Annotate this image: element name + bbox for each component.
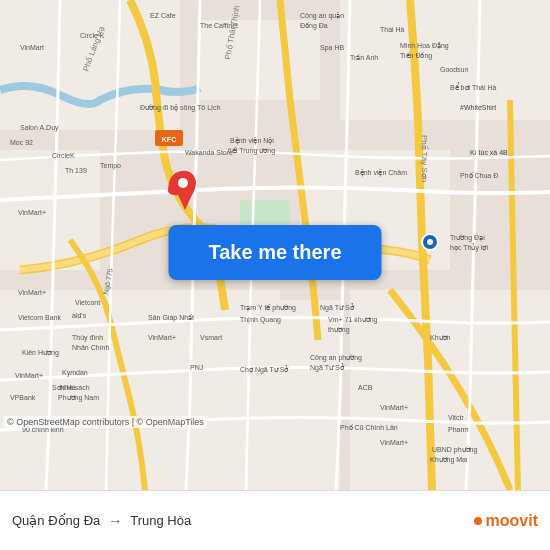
svg-text:Bệnh viện Châm: Bệnh viện Châm bbox=[355, 169, 407, 177]
svg-text:ACB: ACB bbox=[358, 384, 373, 391]
svg-text:#WhiteShirt: #WhiteShirt bbox=[460, 104, 496, 111]
take-me-there-button[interactable]: Take me there bbox=[168, 225, 381, 280]
svg-text:Phố Chua Đ: Phố Chua Đ bbox=[460, 172, 498, 179]
svg-text:Tempo: Tempo bbox=[100, 162, 121, 170]
svg-text:Moc 92: Moc 92 bbox=[10, 139, 33, 146]
bottom-bar: Quận Đống Đa → Trung Hòa moovit bbox=[0, 490, 550, 550]
svg-text:Vm+ 71 khương: Vm+ 71 khương bbox=[328, 316, 378, 324]
svg-text:EZ Cafe: EZ Cafe bbox=[150, 12, 176, 19]
svg-text:Kiên Hương: Kiên Hương bbox=[22, 349, 59, 357]
svg-text:Vitctr: Vitctr bbox=[448, 414, 464, 421]
moovit-dot-icon bbox=[474, 517, 482, 525]
svg-text:Thái Hà: Thái Hà bbox=[380, 26, 405, 33]
svg-text:Salon A.Duy: Salon A.Duy bbox=[20, 124, 59, 132]
svg-text:Bệnh viện Nội: Bệnh viện Nội bbox=[230, 137, 274, 145]
svg-text:Khươn: Khươn bbox=[430, 334, 451, 341]
svg-text:PNJ: PNJ bbox=[190, 364, 203, 371]
svg-text:Vietcont: Vietcont bbox=[75, 299, 100, 306]
svg-text:UBND phường: UBND phường bbox=[432, 446, 477, 454]
svg-text:Khương Mai: Khương Mai bbox=[430, 456, 468, 464]
svg-text:Ngã Tư Sở: Ngã Tư Sở bbox=[320, 303, 355, 312]
svg-text:Phố Tây Sơn: Phố Tây Sơn bbox=[420, 135, 429, 182]
svg-text:Đường đi bộ sông Tô Lịch: Đường đi bộ sông Tô Lịch bbox=[140, 104, 221, 112]
svg-text:Phương Nam: Phương Nam bbox=[58, 394, 99, 402]
svg-text:Trạm Y tế phường: Trạm Y tế phường bbox=[240, 304, 296, 312]
svg-text:Vsmart: Vsmart bbox=[200, 334, 222, 341]
map-attribution: © OpenStreetMap contributors | © OpenMap… bbox=[4, 416, 207, 428]
svg-text:Goodsun: Goodsun bbox=[440, 66, 469, 73]
svg-text:Pharm: Pharm bbox=[448, 426, 469, 433]
svg-text:tiết Trung ương: tiết Trung ương bbox=[228, 147, 275, 155]
svg-text:VinMart: VinMart bbox=[20, 44, 44, 51]
svg-text:Th 139: Th 139 bbox=[65, 167, 87, 174]
svg-text:Nhân Chính: Nhân Chính bbox=[72, 344, 109, 351]
map-container: KFC VinMart Circle K EZ Cafe The Caffine… bbox=[0, 0, 550, 490]
svg-text:VinMart+: VinMart+ bbox=[18, 209, 46, 216]
moovit-logo: moovit bbox=[474, 512, 538, 530]
from-location: Quận Đống Đa bbox=[12, 513, 100, 528]
svg-text:KFC: KFC bbox=[162, 136, 176, 143]
svg-text:VinMart+: VinMart+ bbox=[148, 334, 176, 341]
svg-text:VPBank: VPBank bbox=[10, 394, 36, 401]
svg-text:Thùy đình: Thùy đình bbox=[72, 334, 103, 342]
svg-text:Công an phường: Công an phường bbox=[310, 354, 362, 362]
app: KFC VinMart Circle K EZ Cafe The Caffine… bbox=[0, 0, 550, 550]
svg-text:ald's: ald's bbox=[72, 312, 87, 319]
svg-text:thượng: thượng bbox=[328, 326, 350, 334]
svg-text:Thịnh Quang: Thịnh Quang bbox=[240, 316, 281, 324]
svg-text:Công an quận: Công an quận bbox=[300, 12, 344, 20]
svg-text:Nhà sách: Nhà sách bbox=[60, 384, 90, 391]
svg-text:Trường Đại: Trường Đại bbox=[450, 234, 485, 242]
svg-text:Ngã Tư Sở: Ngã Tư Sở bbox=[310, 363, 345, 372]
svg-text:VinMart+: VinMart+ bbox=[380, 439, 408, 446]
svg-text:Sân Giáp Nhất: Sân Giáp Nhất bbox=[148, 314, 194, 322]
svg-text:Vietcom Bank: Vietcom Bank bbox=[18, 314, 62, 321]
svg-point-83 bbox=[178, 178, 188, 188]
svg-text:Minh Hoa Đặng: Minh Hoa Đặng bbox=[400, 42, 449, 50]
svg-text:Kí túc xá 4B: Kí túc xá 4B bbox=[470, 149, 508, 156]
svg-point-82 bbox=[427, 239, 433, 245]
svg-text:VinMart+: VinMart+ bbox=[15, 372, 43, 379]
svg-text:Kymdan: Kymdan bbox=[62, 369, 88, 377]
svg-text:Chợ Ngã Tư Sở: Chợ Ngã Tư Sở bbox=[240, 365, 289, 374]
svg-text:Wakanda Store: Wakanda Store bbox=[185, 149, 233, 156]
svg-text:Tiến Đồng: Tiến Đồng bbox=[400, 52, 432, 60]
svg-text:học Thủy lợi: học Thủy lợi bbox=[450, 243, 488, 252]
to-location: Trung Hòa bbox=[130, 513, 191, 528]
svg-text:Bể bơi Thái Hà: Bể bơi Thái Hà bbox=[450, 82, 496, 91]
moovit-brand-text: moovit bbox=[486, 512, 538, 530]
svg-text:CircleK: CircleK bbox=[52, 152, 75, 159]
svg-text:Spa HB: Spa HB bbox=[320, 44, 344, 52]
svg-text:VinMart+: VinMart+ bbox=[380, 404, 408, 411]
svg-text:Trần Anh: Trần Anh bbox=[350, 54, 378, 61]
arrow-icon: → bbox=[108, 513, 122, 529]
svg-text:Phố Cũ Chính Lân: Phố Cũ Chính Lân bbox=[340, 424, 398, 431]
svg-text:Đống Đa: Đống Đa bbox=[300, 22, 328, 30]
svg-text:VinMart+: VinMart+ bbox=[18, 289, 46, 296]
